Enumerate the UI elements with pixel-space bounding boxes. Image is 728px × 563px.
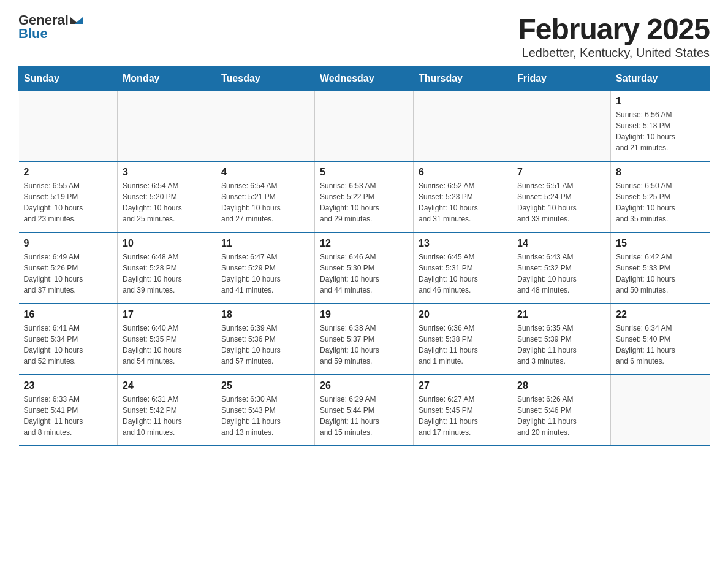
day-number: 26 [320,380,408,391]
calendar-day-cell: 13Sunrise: 6:45 AM Sunset: 5:31 PM Dayli… [414,232,512,304]
day-number: 10 [123,238,211,249]
day-info: Sunrise: 6:50 AM Sunset: 5:25 PM Dayligh… [616,180,705,224]
day-number: 3 [123,167,211,178]
calendar-table: SundayMondayTuesdayWednesdayThursdayFrid… [18,66,710,446]
weekday-header: Saturday [611,67,710,91]
day-number: 28 [517,380,605,391]
day-number: 15 [616,238,705,249]
day-info: Sunrise: 6:29 AM Sunset: 5:44 PM Dayligh… [320,394,408,438]
day-info: Sunrise: 6:43 AM Sunset: 5:32 PM Dayligh… [517,251,605,296]
day-number: 16 [24,309,113,320]
day-info: Sunrise: 6:54 AM Sunset: 5:20 PM Dayligh… [123,180,211,224]
weekday-header: Monday [118,67,216,91]
calendar-day-cell [611,375,710,446]
day-info: Sunrise: 6:45 AM Sunset: 5:31 PM Dayligh… [419,251,507,296]
calendar-day-cell: 22Sunrise: 6:34 AM Sunset: 5:40 PM Dayli… [611,304,710,375]
page-subtitle: Ledbetter, Kentucky, United States [518,46,710,60]
calendar-day-cell [19,91,118,162]
day-number: 24 [123,380,211,391]
day-info: Sunrise: 6:51 AM Sunset: 5:24 PM Dayligh… [517,180,605,224]
page-header: General Blue February 2025 Ledbetter, Ke… [18,12,710,60]
day-info: Sunrise: 6:47 AM Sunset: 5:29 PM Dayligh… [221,251,309,296]
day-number: 19 [320,309,408,320]
day-number: 2 [24,167,113,178]
calendar-day-cell: 11Sunrise: 6:47 AM Sunset: 5:29 PM Dayli… [216,232,315,304]
day-number: 9 [24,238,113,249]
calendar-day-cell: 3Sunrise: 6:54 AM Sunset: 5:20 PM Daylig… [118,161,216,232]
calendar-day-cell: 24Sunrise: 6:31 AM Sunset: 5:42 PM Dayli… [118,375,216,446]
calendar-day-cell: 15Sunrise: 6:42 AM Sunset: 5:33 PM Dayli… [611,232,710,304]
day-number: 8 [616,167,705,178]
calendar-day-cell [414,91,512,162]
calendar-day-cell: 20Sunrise: 6:36 AM Sunset: 5:38 PM Dayli… [414,304,512,375]
day-info: Sunrise: 6:46 AM Sunset: 5:30 PM Dayligh… [320,251,408,296]
day-number: 20 [419,309,507,320]
day-info: Sunrise: 6:40 AM Sunset: 5:35 PM Dayligh… [123,323,211,367]
calendar-day-cell [315,91,414,162]
day-number: 17 [123,309,211,320]
calendar-day-cell: 9Sunrise: 6:49 AM Sunset: 5:26 PM Daylig… [19,232,118,304]
calendar-day-cell: 14Sunrise: 6:43 AM Sunset: 5:32 PM Dayli… [512,232,611,304]
logo-blue-text: Blue [18,26,48,42]
calendar-week-row: 9Sunrise: 6:49 AM Sunset: 5:26 PM Daylig… [19,232,710,304]
calendar-day-cell: 26Sunrise: 6:29 AM Sunset: 5:44 PM Dayli… [315,375,414,446]
day-number: 21 [517,309,605,320]
day-info: Sunrise: 6:36 AM Sunset: 5:38 PM Dayligh… [419,323,507,367]
day-info: Sunrise: 6:54 AM Sunset: 5:21 PM Dayligh… [221,180,309,224]
calendar-day-cell: 23Sunrise: 6:33 AM Sunset: 5:41 PM Dayli… [19,375,118,446]
day-number: 13 [419,238,507,249]
day-number: 11 [221,238,309,249]
weekday-header: Wednesday [315,67,414,91]
calendar-day-cell: 8Sunrise: 6:50 AM Sunset: 5:25 PM Daylig… [611,161,710,232]
page-title: February 2025 [518,12,710,46]
day-info: Sunrise: 6:42 AM Sunset: 5:33 PM Dayligh… [616,251,705,296]
calendar-day-cell [118,91,216,162]
day-info: Sunrise: 6:33 AM Sunset: 5:41 PM Dayligh… [24,394,113,438]
calendar-day-cell: 6Sunrise: 6:52 AM Sunset: 5:23 PM Daylig… [414,161,512,232]
calendar-day-cell: 17Sunrise: 6:40 AM Sunset: 5:35 PM Dayli… [118,304,216,375]
day-number: 22 [616,309,705,320]
logo-arrow-icon [70,17,83,24]
weekday-header: Tuesday [216,67,315,91]
day-number: 23 [24,380,113,391]
day-info: Sunrise: 6:49 AM Sunset: 5:26 PM Dayligh… [24,251,113,296]
calendar-day-cell: 7Sunrise: 6:51 AM Sunset: 5:24 PM Daylig… [512,161,611,232]
calendar-day-cell: 25Sunrise: 6:30 AM Sunset: 5:43 PM Dayli… [216,375,315,446]
calendar-week-row: 2Sunrise: 6:55 AM Sunset: 5:19 PM Daylig… [19,161,710,232]
day-number: 4 [221,167,309,178]
day-number: 12 [320,238,408,249]
calendar-day-cell: 18Sunrise: 6:39 AM Sunset: 5:36 PM Dayli… [216,304,315,375]
calendar-day-cell: 12Sunrise: 6:46 AM Sunset: 5:30 PM Dayli… [315,232,414,304]
day-info: Sunrise: 6:27 AM Sunset: 5:45 PM Dayligh… [419,394,507,438]
day-info: Sunrise: 6:52 AM Sunset: 5:23 PM Dayligh… [419,180,507,224]
day-info: Sunrise: 6:35 AM Sunset: 5:39 PM Dayligh… [517,323,605,367]
calendar-day-cell: 19Sunrise: 6:38 AM Sunset: 5:37 PM Dayli… [315,304,414,375]
day-number: 27 [419,380,507,391]
day-number: 7 [517,167,605,178]
day-info: Sunrise: 6:39 AM Sunset: 5:36 PM Dayligh… [221,323,309,367]
day-number: 1 [616,96,705,107]
calendar-week-row: 1Sunrise: 6:56 AM Sunset: 5:18 PM Daylig… [19,91,710,162]
title-block: February 2025 Ledbetter, Kentucky, Unite… [518,12,710,60]
calendar-day-cell: 16Sunrise: 6:41 AM Sunset: 5:34 PM Dayli… [19,304,118,375]
day-number: 18 [221,309,309,320]
calendar-day-cell: 28Sunrise: 6:26 AM Sunset: 5:46 PM Dayli… [512,375,611,446]
calendar-day-cell [216,91,315,162]
day-number: 14 [517,238,605,249]
day-info: Sunrise: 6:38 AM Sunset: 5:37 PM Dayligh… [320,323,408,367]
calendar-day-cell: 27Sunrise: 6:27 AM Sunset: 5:45 PM Dayli… [414,375,512,446]
day-info: Sunrise: 6:34 AM Sunset: 5:40 PM Dayligh… [616,323,705,367]
day-info: Sunrise: 6:30 AM Sunset: 5:43 PM Dayligh… [221,394,309,438]
day-number: 6 [419,167,507,178]
calendar-day-cell: 2Sunrise: 6:55 AM Sunset: 5:19 PM Daylig… [19,161,118,232]
weekday-header: Thursday [414,67,512,91]
calendar-day-cell: 21Sunrise: 6:35 AM Sunset: 5:39 PM Dayli… [512,304,611,375]
day-info: Sunrise: 6:53 AM Sunset: 5:22 PM Dayligh… [320,180,408,224]
day-info: Sunrise: 6:31 AM Sunset: 5:42 PM Dayligh… [123,394,211,438]
weekday-header: Friday [512,67,611,91]
day-info: Sunrise: 6:56 AM Sunset: 5:18 PM Dayligh… [616,109,705,153]
calendar-day-cell [512,91,611,162]
day-info: Sunrise: 6:26 AM Sunset: 5:46 PM Dayligh… [517,394,605,438]
weekday-header: Sunday [19,67,118,91]
calendar-header-row: SundayMondayTuesdayWednesdayThursdayFrid… [19,67,710,91]
